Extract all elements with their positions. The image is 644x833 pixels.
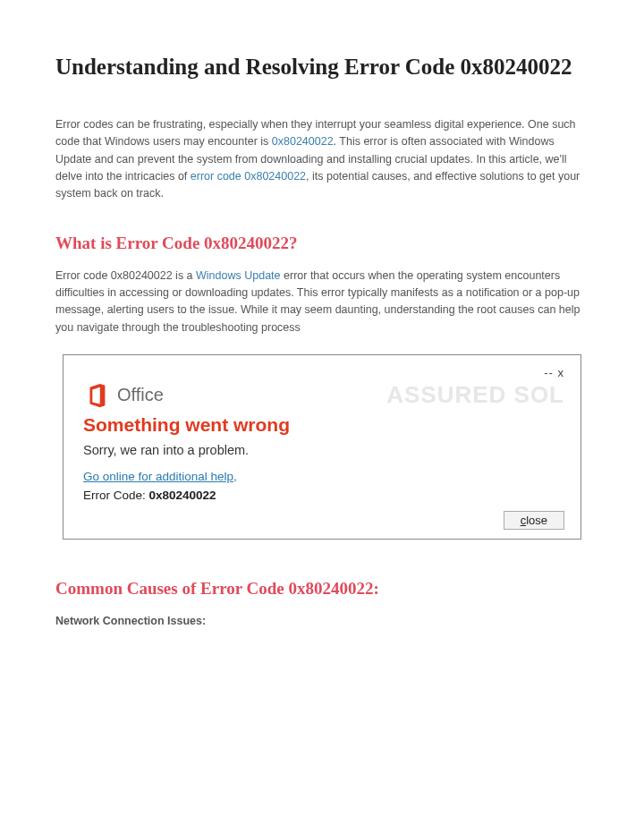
dialog-window-controls[interactable]: -- x — [83, 366, 564, 379]
link-windows-update[interactable]: Windows Update — [196, 269, 281, 282]
what-is-text-1: Error code 0x80240022 is a — [55, 269, 196, 282]
error-code-value: 0x80240022 — [149, 489, 216, 502]
heading-what-is: What is Error Code 0x80240022? — [55, 234, 589, 253]
dialog-help-link[interactable]: Go online for additional help, — [83, 470, 564, 483]
watermark-text: ASSURED SOL — [386, 381, 564, 409]
error-code-label: Error Code: — [83, 489, 149, 502]
office-icon — [83, 382, 110, 409]
heading-common-causes: Common Causes of Error Code 0x80240022: — [55, 579, 589, 599]
close-rest: lose — [526, 514, 547, 527]
what-is-paragraph: Error code 0x80240022 is a Windows Updat… — [55, 268, 589, 337]
link-errorcode-2[interactable]: error code 0x80240022 — [191, 170, 306, 183]
office-label: Office — [117, 385, 164, 405]
intro-paragraph: Error codes can be frustrating, especial… — [55, 116, 589, 203]
dialog-error-code: Error Code: 0x80240022 — [83, 489, 564, 502]
error-dialog: -- x Office ASSURED SOL Something went w… — [63, 354, 581, 540]
dialog-headline: Something went wrong — [83, 414, 564, 436]
dialog-sorry-text: Sorry, we ran into a problem. — [83, 443, 564, 457]
page-title: Understanding and Resolving Error Code 0… — [55, 52, 589, 82]
link-errorcode-1[interactable]: 0x80240022 — [272, 135, 334, 148]
close-button[interactable]: close — [504, 511, 564, 530]
subhead-network-issues: Network Connection Issues: — [55, 615, 589, 627]
